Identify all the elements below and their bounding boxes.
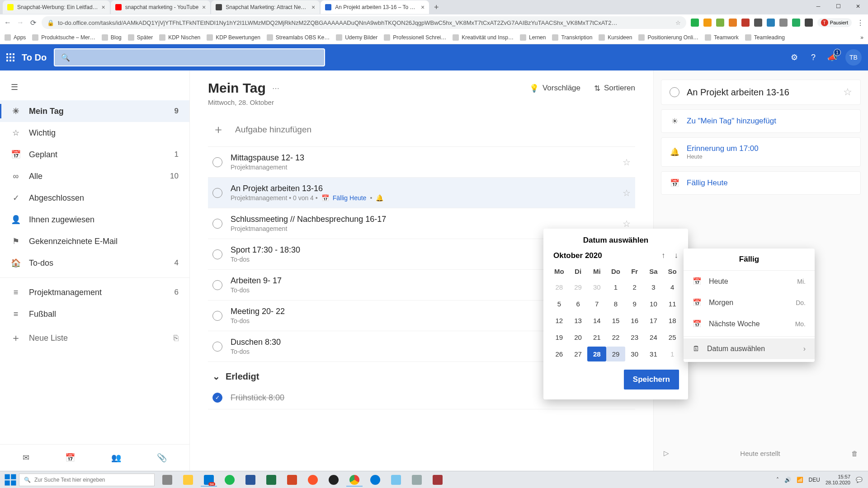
task-checkbox[interactable]: [212, 157, 222, 167]
sidebar-item[interactable]: ☀Mein Tag9: [0, 100, 189, 122]
star-icon[interactable]: ☆: [623, 218, 631, 229]
nav-reload-icon[interactable]: ⟳: [29, 19, 37, 27]
more-icon[interactable]: ⋯: [272, 84, 279, 93]
sidebar-item[interactable]: 🏠To-dos4: [0, 252, 189, 274]
bookmark-item[interactable]: Professionell Schrei…: [384, 34, 446, 41]
window-maximize[interactable]: ☐: [828, 0, 848, 13]
calendar-day[interactable]: 12: [550, 313, 569, 328]
calendar-day[interactable]: 30: [625, 347, 644, 361]
taskbar-app-spotify[interactable]: [220, 473, 240, 487]
task-checkbox[interactable]: [670, 87, 679, 97]
task-checkbox-checked[interactable]: ✓: [212, 393, 222, 403]
app-launcher-icon[interactable]: [6, 53, 14, 61]
reminder-row[interactable]: 🔔 Erinnerung um 17:00 Heute: [661, 137, 861, 167]
calendar-day[interactable]: 3: [644, 280, 663, 295]
taskbar-app-notepad[interactable]: [386, 473, 406, 487]
taskbar-app-edge[interactable]: [365, 473, 385, 487]
calendar-day[interactable]: 19: [550, 330, 569, 345]
calendar-day[interactable]: 11: [663, 296, 682, 311]
tab-close-icon[interactable]: ×: [421, 4, 425, 11]
next-month-icon[interactable]: ↓: [675, 251, 679, 260]
calendar-day[interactable]: 1: [606, 280, 625, 295]
task-checkbox[interactable]: [212, 188, 222, 198]
suggestions-button[interactable]: 💡Vorschläge: [529, 84, 580, 93]
browser-tab[interactable]: snapchat marketing - YouTube×: [111, 0, 211, 14]
prev-month-icon[interactable]: ↑: [661, 251, 665, 260]
task-checkbox[interactable]: [212, 219, 222, 229]
taskbar-app-powerpoint[interactable]: [282, 473, 302, 487]
tray-wifi-icon[interactable]: 📶: [797, 477, 803, 483]
new-group-icon[interactable]: ⎘: [174, 333, 179, 343]
taskbar-search[interactable]: 🔍Zur Suche Text hier eingeben: [19, 474, 155, 486]
browser-tab-active[interactable]: An Projekt arbeiten 13-16 – To D…×: [321, 0, 429, 14]
window-minimize[interactable]: ─: [808, 0, 828, 13]
taskbar-app-obs[interactable]: [324, 473, 344, 487]
calendar-day[interactable]: 25: [663, 330, 682, 345]
calendar-day[interactable]: 29: [569, 280, 588, 295]
due-tomorrow-option[interactable]: 📅MorgenDo.: [684, 292, 815, 313]
sidebar-item[interactable]: 📅Geplant1: [0, 144, 189, 165]
calendar-day[interactable]: 10: [644, 296, 663, 311]
calendar-day[interactable]: 26: [550, 347, 569, 361]
extension-icon[interactable]: [767, 19, 775, 27]
browser-tab[interactable]: Snapchat-Werbung: Ein Leitfad…×: [3, 0, 110, 14]
task-checkbox[interactable]: [212, 249, 222, 259]
bookmark-item[interactable]: Udemy Bilder: [336, 34, 377, 41]
browser-tab[interactable]: Snapchat Marketing: Attract New…×: [211, 0, 320, 14]
new-list-button[interactable]: ＋ Neue Liste ⎘: [0, 325, 189, 351]
bookmark-item[interactable]: Kursideen: [599, 34, 632, 41]
calendar-day[interactable]: 7: [587, 296, 606, 311]
bookmark-item[interactable]: KDP Nischen: [159, 34, 200, 41]
calendar-day[interactable]: 22: [606, 330, 625, 345]
bookmark-item[interactable]: Teamwork: [705, 34, 739, 41]
due-row[interactable]: 📅 Fällig Heute: [661, 171, 861, 195]
extension-icon[interactable]: [754, 19, 762, 27]
extension-icon[interactable]: [729, 19, 737, 27]
extension-icon[interactable]: [792, 19, 800, 27]
calendar-day[interactable]: 24: [644, 330, 663, 345]
sidebar-item[interactable]: 👤Ihnen zugewiesen: [0, 209, 189, 230]
calendar-save-button[interactable]: Speichern: [624, 370, 679, 389]
settings-icon[interactable]: ⚙: [788, 52, 800, 63]
mail-icon[interactable]: ✉: [23, 453, 29, 463]
task-checkbox[interactable]: [212, 280, 222, 290]
task-row[interactable]: Mittagspause 12- 13Projektmanagement☆: [208, 147, 635, 178]
bookmark-item[interactable]: Später: [128, 34, 153, 41]
calendar-day[interactable]: 30: [587, 280, 606, 295]
calendar-day[interactable]: 6: [569, 296, 588, 311]
tab-close-icon[interactable]: ×: [102, 4, 105, 11]
calendar-day[interactable]: 1: [663, 347, 682, 361]
nav-forward-icon[interactable]: →: [16, 19, 24, 27]
task-checkbox[interactable]: [212, 342, 222, 352]
window-close[interactable]: ✕: [848, 0, 868, 13]
extension-icon[interactable]: [779, 19, 788, 27]
people-icon[interactable]: 👥: [111, 453, 121, 463]
bookmark-item[interactable]: KDP Bewertungen: [207, 34, 260, 41]
url-input[interactable]: 🔒 to-do.office.com/tasks/id/AAMkADQ1YjVj…: [42, 16, 686, 29]
calendar-day[interactable]: 18: [663, 313, 682, 328]
sidebar-item[interactable]: ∞Alle10: [0, 165, 189, 187]
sidebar-list-item[interactable]: ≡Fußball: [0, 303, 189, 325]
task-row[interactable]: An Projekt arbeiten 13-16Projektmanageme…: [208, 178, 635, 208]
extension-icon[interactable]: [741, 19, 750, 27]
profile-paused[interactable]: TPausiert: [817, 18, 852, 27]
bookmark-item[interactable]: Apps: [5, 34, 26, 41]
star-icon[interactable]: ☆: [675, 19, 681, 26]
delete-icon[interactable]: 🗑: [851, 450, 858, 457]
taskbar-app-taskview[interactable]: [157, 473, 177, 487]
calendar-day[interactable]: 27: [569, 347, 588, 361]
avatar[interactable]: TB: [845, 49, 862, 66]
calendar-day[interactable]: 28: [550, 280, 569, 295]
hamburger-icon[interactable]: ☰: [0, 80, 189, 100]
attach-icon[interactable]: 📎: [157, 453, 167, 463]
extension-icon[interactable]: [805, 19, 813, 27]
hide-pane-icon[interactable]: ▷: [664, 449, 669, 457]
taskbar-app-access[interactable]: [428, 473, 448, 487]
bookmark-item[interactable]: Kreativität und Insp…: [453, 34, 514, 41]
taskbar-app-word[interactable]: [241, 473, 260, 487]
sidebar-item[interactable]: ✓Abgeschlossen: [0, 187, 189, 209]
megaphone-icon[interactable]: 📣1: [826, 52, 838, 63]
menu-icon[interactable]: ⋮: [856, 19, 864, 27]
star-icon[interactable]: ☆: [623, 157, 631, 168]
calendar-day[interactable]: 13: [569, 313, 588, 328]
